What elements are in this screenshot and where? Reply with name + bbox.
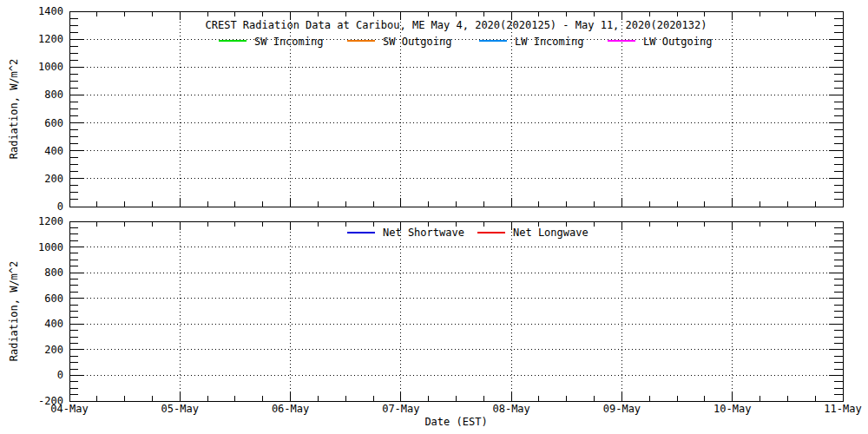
legend-label: LW Outgoing <box>643 36 712 48</box>
y-tick-label: 200 <box>44 344 63 356</box>
y-tick-label: 400 <box>44 145 63 157</box>
x-tick-label: 05-May <box>161 403 199 415</box>
radiation-figure: 0200400600800100012001400CREST Radiation… <box>0 0 868 434</box>
x-tick-label: 10-May <box>713 403 751 415</box>
chart-title: CREST Radiation Data at Caribou, ME May … <box>206 19 707 31</box>
y-tick-label: 800 <box>44 89 63 101</box>
x-axis-label: Date (EST) <box>424 416 487 428</box>
panel-border <box>69 11 843 207</box>
legend-label: SW Incoming <box>254 36 323 48</box>
panel-border <box>69 221 843 401</box>
x-tick-label: 09-May <box>603 403 641 415</box>
legend-label: Net Shortwave <box>383 227 464 239</box>
y-axis-label: Radiation, W/m^2 <box>8 59 20 160</box>
x-tick-label: 07-May <box>382 403 419 415</box>
y-tick-label: 400 <box>44 318 63 330</box>
x-tick-label: 06-May <box>272 403 309 415</box>
legend-label: Net Longwave <box>513 227 589 239</box>
y-tick-label: 1400 <box>38 5 63 17</box>
y-tick-label: 0 <box>57 369 63 381</box>
y-tick-label: 1200 <box>38 33 63 45</box>
y-tick-label: 1200 <box>38 215 63 227</box>
legend-label: LW Incoming <box>515 36 583 48</box>
x-tick-label: 11-May <box>824 403 861 415</box>
y-axis-label: Radiation, W/m^2 <box>8 261 20 362</box>
y-tick-label: 0 <box>57 201 63 213</box>
y-tick-label: 600 <box>44 293 63 305</box>
legend-label: SW Outgoing <box>383 36 451 48</box>
x-tick-label: 08-May <box>492 403 529 415</box>
y-tick-label: 1000 <box>38 241 63 253</box>
y-tick-label: 1000 <box>38 61 63 73</box>
x-tick-label: 04-May <box>50 403 88 415</box>
y-tick-label: 800 <box>44 266 63 279</box>
radiation-chart: 0200400600800100012001400CREST Radiation… <box>0 0 868 434</box>
y-tick-label: 600 <box>44 117 63 129</box>
y-tick-label: 200 <box>44 173 63 185</box>
